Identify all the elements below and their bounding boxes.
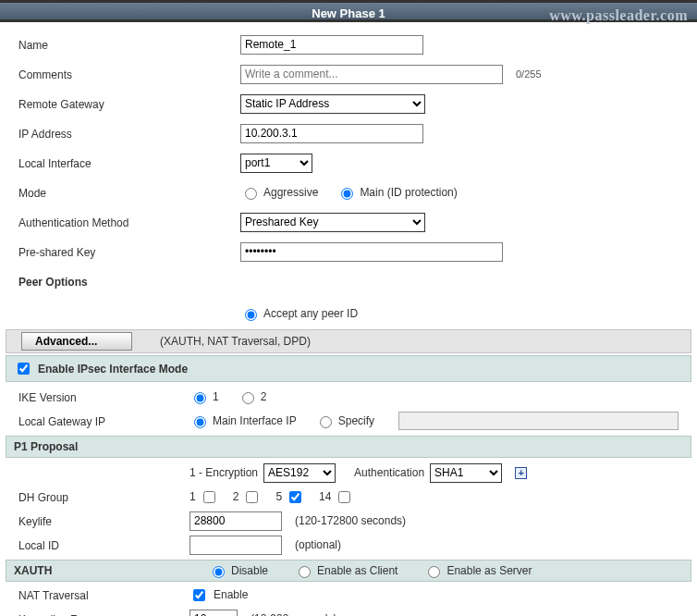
comments-counter: 0/255 <box>516 68 542 80</box>
dh-14-checkbox[interactable] <box>338 491 350 503</box>
keepalive-input[interactable] <box>190 610 238 617</box>
dh-1-label: 1 <box>190 490 196 503</box>
remote-gateway-label: Remote Gateway <box>18 96 240 111</box>
mode-aggressive-label: Aggressive <box>263 186 318 199</box>
basic-form: Name Comments 0/255 Remote Gateway Stati… <box>0 22 697 302</box>
dh-2-checkbox[interactable] <box>246 491 258 503</box>
name-label: Name <box>18 37 240 52</box>
keylife-hint: (120-172800 seconds) <box>295 514 406 527</box>
encryption-prefix: 1 - Encryption <box>190 466 258 479</box>
specify-input[interactable] <box>398 412 679 430</box>
local-id-input[interactable] <box>190 536 282 555</box>
mode-main-label: Main (ID protection) <box>360 186 457 199</box>
xauth-label: XAUTH <box>14 564 190 577</box>
specify-radio[interactable] <box>320 416 332 428</box>
ike-version-label: IKE Version <box>18 389 190 404</box>
encryption-select[interactable]: AES192 <box>263 463 336 483</box>
peer-id-row: Accept any peer ID <box>0 302 697 326</box>
title-text: New Phase 1 <box>312 6 385 20</box>
remote-gateway-select[interactable]: Static IP Address <box>240 94 425 114</box>
accept-any-peer-label: Accept any peer ID <box>263 307 358 320</box>
local-interface-select[interactable]: port1 <box>240 154 312 173</box>
psk-input[interactable] <box>240 242 503 262</box>
keylife-label: Keylife <box>18 513 190 528</box>
ike-1-label: 1 <box>213 390 219 403</box>
p1-inner: 1 - Encryption AES192 Authentication SHA… <box>0 460 697 560</box>
authentication-label: Authentication <box>354 466 424 479</box>
ip-address-input[interactable] <box>240 124 423 143</box>
nat-traversal-checkbox[interactable] <box>193 589 205 601</box>
xauth-client-radio[interactable] <box>299 566 311 578</box>
dh-5-checkbox[interactable] <box>289 491 301 503</box>
psk-label: Pre-shared Key <box>18 244 240 259</box>
comments-input[interactable] <box>240 65 503 84</box>
advanced-bar: Advanced... (XAUTH, NAT Traversal, DPD) <box>6 329 691 353</box>
peer-options-label: Peer Options <box>18 274 240 289</box>
nat-inner: NAT Traversal Enable Keepalive Frequency… <box>0 582 697 616</box>
nat-traversal-label: NAT Traversal <box>18 587 190 602</box>
ipsec-interface-section: Enable IPsec Interface Mode <box>6 355 691 382</box>
advanced-desc: (XAUTH, NAT Traversal, DPD) <box>160 335 311 348</box>
xauth-disable-radio[interactable] <box>213 566 225 578</box>
ike-2-radio[interactable] <box>242 392 254 404</box>
add-proposal-icon[interactable]: + <box>515 467 527 479</box>
dh-2-label: 2 <box>233 490 239 503</box>
advanced-button[interactable]: Advanced... <box>21 332 132 351</box>
keylife-input[interactable] <box>190 511 282 531</box>
xauth-bar: XAUTH Disable Enable as Client Enable as… <box>6 560 691 582</box>
local-id-label: Local ID <box>18 537 190 552</box>
ip-address-label: IP Address <box>18 126 240 141</box>
accept-any-peer-radio[interactable] <box>245 309 257 321</box>
mode-main-radio[interactable] <box>341 188 353 200</box>
p1-proposal-label: P1 Proposal <box>14 440 78 453</box>
ipsec-inner: IKE Version 1 2 Local Gateway IP Main In… <box>0 384 697 436</box>
xauth-server-radio[interactable] <box>428 566 440 578</box>
enable-ipsec-if-label: Enable IPsec Interface Mode <box>38 363 188 376</box>
name-input[interactable] <box>240 35 423 55</box>
nat-traversal-enable-label: Enable <box>214 588 248 601</box>
p1-proposal-section: P1 Proposal <box>6 436 691 458</box>
enable-ipsec-if-checkbox[interactable] <box>18 363 30 375</box>
auth-method-label: Authentication Method <box>18 215 240 229</box>
specify-label: Specify <box>338 414 374 427</box>
dh-group-label: DH Group <box>18 489 190 504</box>
authentication-select[interactable]: SHA1 <box>430 463 502 483</box>
local-id-hint: (optional) <box>295 538 341 551</box>
dh-14-label: 14 <box>319 490 331 503</box>
dh-5-label: 5 <box>275 490 282 503</box>
keepalive-hint: (10-900 seconds) <box>251 612 336 616</box>
xauth-client-label: Enable as Client <box>317 564 397 577</box>
xauth-server-label: Enable as Server <box>446 564 532 577</box>
ike-1-radio[interactable] <box>194 392 206 404</box>
keepalive-label: Keepalive Frequency <box>18 611 190 616</box>
title-bar: New Phase 1 www.passleader.com <box>0 0 697 22</box>
ike-2-label: 2 <box>261 390 267 403</box>
auth-method-select[interactable]: Preshared Key <box>240 213 425 232</box>
main-if-ip-radio[interactable] <box>194 416 206 428</box>
dh-1-checkbox[interactable] <box>203 491 215 503</box>
mode-label: Mode <box>18 185 240 200</box>
xauth-disable-label: Disable <box>231 564 268 577</box>
watermark: www.passleader.com <box>549 5 688 27</box>
mode-aggressive-radio[interactable] <box>245 188 257 200</box>
main-if-ip-label: Main Interface IP <box>213 414 297 427</box>
local-gw-ip-label: Local Gateway IP <box>18 413 190 428</box>
local-interface-label: Local Interface <box>18 155 240 170</box>
comments-label: Comments <box>18 67 240 81</box>
